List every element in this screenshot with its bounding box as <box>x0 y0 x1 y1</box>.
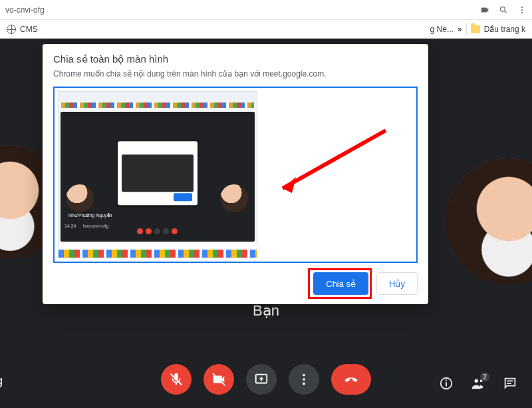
dialog-title: Chia sẻ toàn bộ màn hình <box>53 53 418 65</box>
cancel-button[interactable]: Hủy <box>376 272 418 295</box>
info-panel-icons: 2 <box>439 376 517 391</box>
svg-point-10 <box>303 383 305 385</box>
share-screen-dialog: Chia sẻ toàn bộ màn hình Chrome muốn chi… <box>43 44 428 304</box>
participants-icon[interactable]: 2 <box>471 376 485 391</box>
preview-code: hvo-cnvi-ofg <box>83 224 108 228</box>
omnibox[interactable]: vo-cnvi-ofg <box>5 5 473 15</box>
svg-point-0 <box>500 7 505 11</box>
browser-omnibox-bar: vo-cnvi-ofg <box>0 0 532 20</box>
svg-point-3 <box>521 9 523 10</box>
browser-more-icon[interactable] <box>517 5 527 15</box>
svg-point-2 <box>521 6 523 7</box>
dialog-actions: Chia sẻ Hủy <box>53 272 418 295</box>
more-options-button[interactable] <box>289 364 319 395</box>
meet-call-area: Bạn g 2 Chia sẻ toàn bộ <box>0 39 532 408</box>
url-text: vo-cnvi-ofg <box>5 5 45 15</box>
self-avatar <box>446 158 532 285</box>
svg-point-4 <box>521 12 523 13</box>
present-button[interactable] <box>246 364 277 395</box>
bookmark-news[interactable]: g Ne... <box>430 25 454 34</box>
folder-icon <box>471 25 480 33</box>
preview-time: 14:24 <box>65 224 76 228</box>
svg-point-9 <box>303 378 305 381</box>
participants-badge: 2 <box>480 372 489 381</box>
svg-rect-13 <box>446 380 447 381</box>
info-icon[interactable] <box>439 376 454 391</box>
globe-icon <box>7 25 16 34</box>
camera-icon[interactable] <box>480 5 489 15</box>
search-icon[interactable] <box>499 5 508 15</box>
svg-rect-12 <box>446 382 447 386</box>
dialog-subtitle: Chrome muốn chia sẻ nội dung trên màn hì… <box>53 69 418 79</box>
bookmark-bar: CMS g Ne... » Dầu trang k <box>0 20 532 39</box>
end-call-button[interactable] <box>331 364 371 395</box>
self-name-label: Bạn <box>253 302 279 319</box>
bookmark-cms[interactable]: CMS <box>20 25 38 34</box>
svg-point-8 <box>303 374 305 377</box>
mic-button[interactable] <box>161 364 192 395</box>
screen-thumbnail: Như Phương Nguyễn 14:24 hvo-cnvi-ofg <box>59 92 257 258</box>
svg-line-1 <box>505 11 507 13</box>
camera-button[interactable] <box>203 364 234 395</box>
preview-participant-name: Như Phương Nguyễn <box>68 213 112 218</box>
screen-preview-selected[interactable]: Như Phương Nguyễn 14:24 hvo-cnvi-ofg <box>53 87 418 263</box>
chat-icon[interactable] <box>503 376 517 391</box>
share-button[interactable]: Chia sẻ <box>313 272 368 295</box>
svg-point-14 <box>475 379 479 383</box>
bookmark-folder[interactable]: Dầu trang k <box>484 25 525 34</box>
bookmarks-overflow[interactable]: » <box>458 25 462 34</box>
